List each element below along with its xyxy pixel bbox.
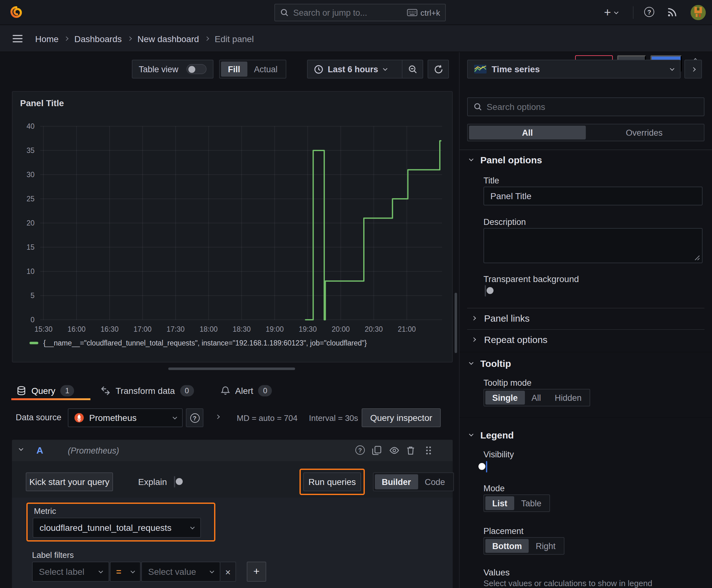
svg-text:20:00: 20:00 <box>332 325 350 333</box>
tab-query[interactable]: Query 1 <box>11 385 83 396</box>
metric-value: cloudflared_tunnel_total_requests <box>40 523 171 533</box>
svg-text:19:00: 19:00 <box>265 325 284 333</box>
drag-handle-grip-icon[interactable] <box>425 445 432 456</box>
legend-mode-table[interactable]: Table <box>514 496 548 510</box>
refresh-button[interactable] <box>428 60 449 79</box>
add-filter-button[interactable]: + <box>247 562 266 582</box>
repeat-options-label: Repeat options <box>484 334 547 345</box>
svg-text:10: 10 <box>26 267 35 275</box>
panel-title-input[interactable] <box>483 187 703 205</box>
divider <box>467 329 705 330</box>
visualization-picker[interactable]: Time series <box>467 60 681 79</box>
tab-alert-count: 0 <box>258 385 272 396</box>
title-label: Title <box>483 176 499 185</box>
select-value-dropdown[interactable]: Select value <box>141 562 220 582</box>
tab-transform-data[interactable]: Transform data 0 <box>92 385 202 396</box>
pane-resize-handle[interactable] <box>168 368 295 370</box>
tab-alert-label: Alert <box>235 386 253 396</box>
metric-select[interactable]: cloudflared_tunnel_total_requests <box>33 518 201 538</box>
legend-section-header[interactable]: Legend <box>470 430 514 440</box>
breadcrumb-bar: Home Dashboards New dashboard Edit panel… <box>0 25 712 52</box>
legend-title: Legend <box>480 430 514 440</box>
collapse-options-pane-button[interactable] <box>684 60 702 79</box>
options-search-box[interactable] <box>467 97 705 116</box>
time-range-picker[interactable]: Last 6 hours <box>308 64 402 74</box>
time-series-chart[interactable]: 051015202530354015:3016:0016:3017:0017:3… <box>13 92 452 362</box>
tab-query-label: Query <box>31 386 55 396</box>
select-label-placeholder: Select label <box>39 567 84 577</box>
search-input[interactable] <box>293 8 407 17</box>
add-menu-button[interactable]: + <box>604 6 618 19</box>
breadcrumb-separator-icon <box>205 37 209 41</box>
fill-tab[interactable]: Fill <box>221 62 247 77</box>
search-icon <box>280 8 289 17</box>
transparent-background-toggle[interactable] <box>485 285 486 296</box>
table-view-toggle-group: Table view <box>132 60 214 79</box>
legend-placement-bottom[interactable]: Bottom <box>486 539 529 553</box>
delete-query-trash-icon[interactable] <box>406 445 416 456</box>
collapse-query-chevron-icon[interactable] <box>19 448 23 451</box>
chevron-down-icon <box>469 360 473 365</box>
panel-options-section-header[interactable]: Panel options <box>470 154 542 165</box>
hide-query-eye-icon[interactable] <box>389 445 399 456</box>
operator-dropdown[interactable]: = <box>110 562 141 582</box>
values-label: Values <box>483 567 510 577</box>
news-rss-icon[interactable] <box>667 7 677 18</box>
chevron-down-icon <box>190 525 195 529</box>
tooltip-mode-segmented: Single All Hidden <box>483 389 590 406</box>
description-textarea[interactable] <box>483 228 703 263</box>
breadcrumb-home[interactable]: Home <box>35 34 59 44</box>
menu-hamburger-icon[interactable] <box>13 35 23 43</box>
options-search-input[interactable] <box>487 102 698 112</box>
panel-links-section[interactable]: Panel links <box>472 313 530 323</box>
tooltip-title: Tooltip <box>480 358 511 369</box>
tooltip-mode-single[interactable]: Single <box>486 391 524 404</box>
repeat-options-section[interactable]: Repeat options <box>472 334 547 345</box>
breadcrumb-new-dashboard[interactable]: New dashboard <box>137 34 199 44</box>
kick-start-query-button[interactable]: Kick start your query <box>26 472 113 491</box>
help-icon[interactable]: ? <box>644 7 654 17</box>
explain-toggle[interactable] <box>174 476 175 487</box>
all-overrides-segmented: All Overrides <box>467 124 705 141</box>
grafana-logo-icon[interactable] <box>9 5 24 20</box>
time-series-panel: Panel Title 051015202530354015:3016:0016… <box>12 91 453 362</box>
svg-text:21:00: 21:00 <box>398 325 416 333</box>
duplicate-query-icon[interactable] <box>372 445 382 456</box>
legend-mode-list[interactable]: List <box>486 496 514 510</box>
zoom-out-time-button[interactable] <box>402 60 423 78</box>
code-tab[interactable]: Code <box>418 474 452 489</box>
query-row-header[interactable]: A (Prometheus) ? <box>12 440 453 461</box>
actual-tab[interactable]: Actual <box>247 62 284 77</box>
expand-options-chevron-icon[interactable] <box>216 415 219 418</box>
tab-all[interactable]: All <box>469 126 586 140</box>
datasource-value: Prometheus <box>89 413 136 423</box>
scrollbar-thumb[interactable] <box>455 293 457 353</box>
tab-overrides[interactable]: Overrides <box>586 126 703 140</box>
plus-icon: + <box>604 7 611 18</box>
chart-legend[interactable]: {__name__="cloudflared_tunnel_total_requ… <box>29 339 367 347</box>
tooltip-mode-hidden[interactable]: Hidden <box>548 391 589 404</box>
tooltip-mode-all[interactable]: All <box>524 391 548 404</box>
datasource-help-button[interactable]: ? <box>186 408 203 427</box>
run-queries-button[interactable]: Run queries <box>303 472 361 491</box>
chevron-down-icon <box>131 569 135 573</box>
legend-visibility-toggle[interactable] <box>486 461 487 472</box>
svg-text:5: 5 <box>30 292 35 300</box>
table-view-toggle[interactable] <box>187 64 207 74</box>
remove-filter-button[interactable]: × <box>220 562 236 582</box>
user-avatar[interactable] <box>691 5 706 20</box>
select-label-dropdown[interactable]: Select label <box>32 562 109 582</box>
prometheus-icon <box>74 413 84 423</box>
breadcrumb-dashboards[interactable]: Dashboards <box>74 34 122 44</box>
legend-placement-right[interactable]: Right <box>529 539 563 553</box>
datasource-select[interactable]: Prometheus <box>68 408 183 427</box>
builder-tab[interactable]: Builder <box>375 474 418 489</box>
tab-alert[interactable]: Alert 0 <box>211 385 281 396</box>
query-help-icon[interactable]: ? <box>355 445 365 455</box>
tooltip-section-header[interactable]: Tooltip <box>470 358 511 369</box>
legend-series-name: {__name__="cloudflared_tunnel_total_requ… <box>43 339 367 347</box>
resize-handle-icon[interactable] <box>694 255 700 261</box>
query-inspector-button[interactable]: Query inspector <box>362 408 441 427</box>
global-search-box[interactable]: ctrl+k <box>274 4 446 21</box>
transform-icon <box>101 386 110 396</box>
